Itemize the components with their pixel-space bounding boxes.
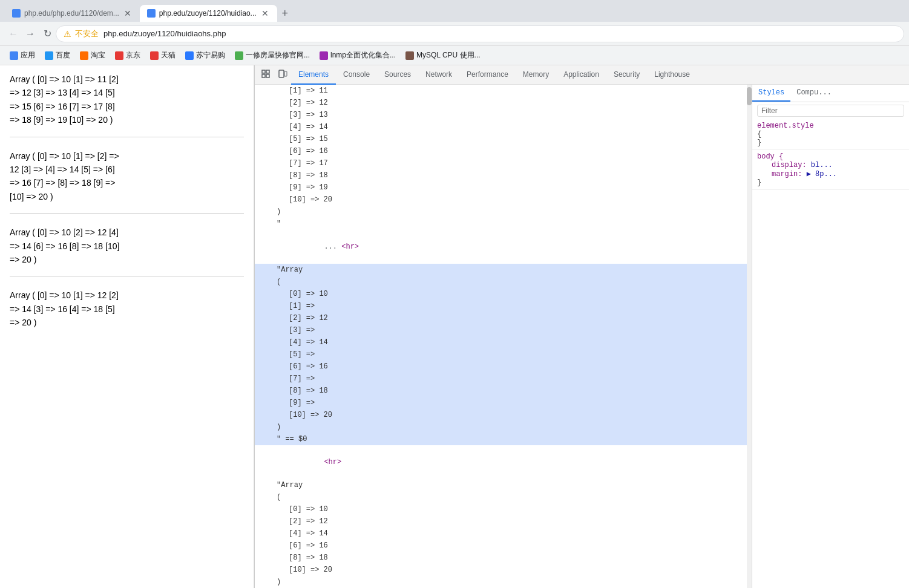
bookmark-tianmao-label: 天猫 (161, 50, 176, 60)
forward-button[interactable]: → (22, 25, 39, 42)
tab-1[interactable]: php.edu/php.edu/1120/dem... ✕ (5, 5, 140, 22)
elem-line-highlighted: [8] => 18 (255, 385, 752, 397)
devtools-panel: Elements Console Sources Network Perform… (254, 65, 909, 588)
styles-panel: Styles Compu... element.style { } body { (752, 85, 909, 588)
elem-line: [3] => 13 (255, 109, 752, 121)
styles-brace-open: { (757, 130, 904, 139)
bookmark-apps-label: 应用 (21, 50, 35, 60)
array-text-1: Array ( [0] => 10 [1] => 11 [2]=> 12 [3]… (10, 74, 119, 125)
hr-tag-1: <hr> (341, 243, 359, 251)
styles-rule-element: element.style { } (752, 119, 909, 150)
elem-line-hr1: ... <hr> (255, 230, 752, 264)
devtools-tabs: Elements Console Sources Network Perform… (255, 65, 909, 85)
bookmark-tianmao-favicon (150, 51, 159, 60)
elem-line-highlighted: [3] => (255, 324, 752, 336)
elem-line-highlighted: "Array (255, 264, 752, 276)
tab-memory[interactable]: Memory (516, 65, 556, 85)
tab-2[interactable]: php.edu/zuoye/1120/huidiao... ✕ (140, 5, 277, 22)
elem-line: [2] => 12 (255, 97, 752, 109)
main-area: Array ( [0] => 10 [1] => 11 [2]=> 12 [3]… (0, 65, 909, 588)
bookmark-jd-favicon (115, 51, 123, 60)
tab-security[interactable]: Security (606, 65, 647, 85)
elem-line-highlighted: [1] => (255, 300, 752, 312)
new-tab-button[interactable]: + (277, 7, 294, 20)
elem-line-highlighted: [7] => (255, 373, 752, 385)
styles-rule-body: body { display: bl... margin: ▶ 8p... } (752, 150, 909, 190)
tab-sources[interactable]: Sources (377, 65, 418, 85)
styles-prop-margin: margin: ▶ 8p... (764, 169, 904, 178)
back-button[interactable]: ← (5, 25, 22, 42)
svg-rect-2 (262, 74, 265, 77)
styles-tab-computed[interactable]: Compu... (790, 85, 838, 102)
elem-line-hr2: <hr> (255, 445, 752, 479)
styles-filter-input[interactable] (757, 105, 904, 117)
bookmark-yixiu[interactable]: 一修房屋快修官网... (230, 49, 315, 62)
elem-line: ) (255, 576, 752, 588)
tab-bar: php.edu/php.edu/1120/dem... ✕ php.edu/zu… (0, 0, 909, 22)
elements-panel[interactable]: [1] => 11 [2] => 12 [3] => 13 [4] => 14 … (255, 85, 752, 588)
elem-line-highlighted: [6] => 16 (255, 361, 752, 373)
elem-line: [9] => 19 (255, 181, 752, 194)
styles-filter (752, 102, 909, 119)
elem-line: [0] => 10 (255, 503, 752, 515)
bookmark-lnmp-favicon (320, 51, 328, 60)
elem-line: [4] => 14 (255, 121, 752, 133)
inspect-icon-button[interactable] (257, 67, 274, 83)
elem-line: " (255, 218, 752, 230)
bookmark-mysql[interactable]: MySQL CPU 使用... (401, 49, 485, 62)
elem-line: [6] => 16 (255, 540, 752, 552)
styles-selector: element.style (757, 122, 904, 130)
address-bar: ← → ↻ ⚠ 不安全 php.edu/zuoye/1120/huidiaohs… (0, 22, 909, 46)
tab-1-title: php.edu/php.edu/1120/dem... (24, 9, 119, 18)
bookmark-apps[interactable]: 应用 (5, 49, 40, 62)
bookmark-lnmp[interactable]: lnmp全面优化集合... (315, 49, 401, 62)
svg-rect-3 (266, 74, 269, 77)
address-input[interactable]: ⚠ 不安全 php.edu/zuoye/1120/huidiaohs.php (56, 25, 904, 42)
bookmark-suning[interactable]: 苏宁易购 (180, 49, 230, 62)
elem-line-highlighted: ) (255, 421, 752, 433)
elem-line-highlighted: [4] => 14 (255, 336, 752, 348)
elem-line: [5] => 15 (255, 133, 752, 145)
elem-line: ( (255, 491, 752, 503)
array-text-2: Array ( [0] => 10 [1] => [2] =>12 [3] =>… (10, 151, 119, 201)
device-icon-button[interactable] (274, 67, 291, 83)
browser-chrome: php.edu/php.edu/1120/dem... ✕ php.edu/zu… (0, 0, 909, 588)
security-icon: ⚠ (64, 29, 71, 39)
tab-network[interactable]: Network (418, 65, 459, 85)
tab-application[interactable]: Application (556, 65, 606, 85)
bookmark-taobao[interactable]: 淘宝 (75, 49, 110, 62)
elem-line: ) (255, 206, 752, 218)
bookmark-mysql-label: MySQL CPU 使用... (416, 50, 481, 60)
array-block-4: Array ( [0] => 10 [1] => 12 [2]=> 14 [3]… (10, 289, 244, 339)
bookmark-tianmao[interactable]: 天猫 (145, 49, 180, 62)
elem-line-highlighted: [2] => 12 (255, 312, 752, 324)
tab-console[interactable]: Console (336, 65, 377, 85)
bookmarks-bar: 应用 百度 淘宝 京东 天猫 苏宁易购 一修房屋快修官网... lnmp全面优 (0, 46, 909, 65)
styles-selector-body: body { (757, 152, 904, 161)
tab-performance[interactable]: Performance (459, 65, 516, 85)
hr-tag-2: <hr> (324, 458, 341, 466)
bookmark-taobao-favicon (80, 51, 88, 60)
svg-rect-0 (262, 70, 265, 73)
array-text-3: Array ( [0] => 10 [2] => 12 [4]=> 14 [6]… (10, 227, 119, 264)
elem-line-highlighted: " == $0 (255, 433, 752, 445)
tab-2-favicon (147, 9, 156, 18)
styles-header: Styles Compu... (752, 85, 909, 102)
elem-line: [10] => 20 (255, 564, 752, 576)
address-text: php.edu/zuoye/1120/huidiaohs.php (103, 29, 226, 38)
bookmark-baidu[interactable]: 百度 (40, 49, 75, 62)
refresh-button[interactable]: ↻ (39, 25, 56, 42)
elem-line: [7] => 17 (255, 157, 752, 169)
devtools-body: [1] => 11 [2] => 12 [3] => 13 [4] => 14 … (255, 85, 909, 588)
bookmark-taobao-label: 淘宝 (91, 50, 105, 60)
tab-lighthouse[interactable]: Lighthouse (647, 65, 697, 85)
tab-2-close[interactable]: ✕ (260, 8, 270, 18)
svg-rect-4 (279, 70, 284, 77)
tab-1-close[interactable]: ✕ (123, 8, 133, 18)
tab-elements[interactable]: Elements (291, 65, 336, 85)
bookmark-yixiu-favicon (235, 51, 243, 60)
elem-line-highlighted: [9] => (255, 397, 752, 409)
bookmark-jd[interactable]: 京东 (110, 49, 145, 62)
bookmark-apps-favicon (10, 51, 18, 60)
styles-tab-styles[interactable]: Styles (752, 85, 790, 102)
